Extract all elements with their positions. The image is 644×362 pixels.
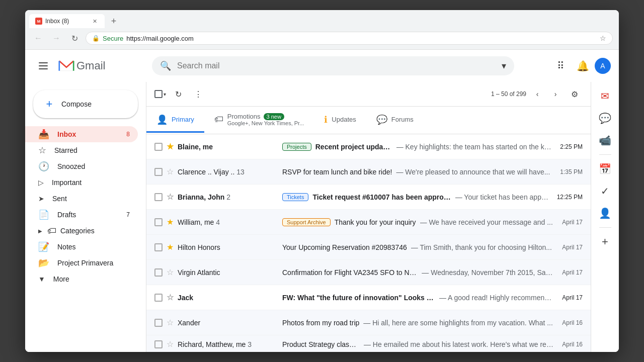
- email-snippet: — Wednesday, November 7th 2015, San...: [422, 268, 554, 277]
- email-checkbox[interactable]: [154, 193, 163, 201]
- email-checkbox[interactable]: [154, 143, 163, 151]
- email-row[interactable]: ☆ Xander Photos from my road trip — Hi a…: [146, 310, 591, 335]
- email-row[interactable]: ☆ Richard, Matthew, me 3 Product Strateg…: [146, 335, 591, 352]
- hamburger-menu[interactable]: [33, 56, 53, 76]
- url-bar[interactable]: 🔒 Secure https://mail.google.com ☆: [86, 32, 613, 45]
- email-row[interactable]: ☆ Brianna, John 2 Tickets Ticket request…: [146, 185, 591, 210]
- tab-close-button[interactable]: ✕: [91, 17, 99, 25]
- forward-button[interactable]: →: [49, 31, 63, 45]
- search-input[interactable]: [177, 61, 496, 70]
- sidebar-item-important[interactable]: ▷ Important: [25, 174, 138, 191]
- notifications-button[interactable]: 🔔: [573, 56, 593, 76]
- tab-primary[interactable]: 👤 Primary: [146, 108, 204, 133]
- email-sender: Richard, Matthew, me 3: [178, 340, 278, 348]
- tab-updates[interactable]: ℹ Updates: [314, 108, 366, 133]
- sidebar-item-project[interactable]: 📂 Project Primavera: [25, 255, 138, 271]
- sidebar-item-drafts[interactable]: 📄 Drafts 7: [25, 207, 138, 223]
- select-all-checkbox[interactable]: [154, 90, 163, 98]
- sidebar-more-label: More: [53, 275, 69, 283]
- search-dropdown-button[interactable]: ▾: [502, 60, 506, 71]
- select-all-wrapper[interactable]: ▾: [154, 90, 166, 98]
- email-row[interactable]: ☆ Virgin Atlantic Confirmation for Fligh…: [146, 260, 591, 285]
- star-icon[interactable]: ☆: [167, 167, 174, 176]
- sidebar-item-notes[interactable]: 📝 Notes: [25, 239, 138, 255]
- email-checkbox[interactable]: [154, 218, 163, 226]
- category-tabs: 👤 Primary 🏷 Promotions 3 new: [146, 107, 591, 134]
- back-button[interactable]: ←: [31, 31, 45, 45]
- sidebar-item-snoozed[interactable]: 🕐 Snoozed: [25, 158, 138, 174]
- search-icon[interactable]: 🔍: [160, 60, 171, 71]
- email-checkbox[interactable]: [154, 340, 163, 348]
- sidebar-inbox-label: Inbox: [57, 130, 76, 138]
- apps-button[interactable]: ⠿: [550, 56, 571, 76]
- bookmark-button[interactable]: ☆: [600, 34, 606, 42]
- email-snippet: — A good read! Highly recommende...: [439, 294, 554, 302]
- gmail-logo-icon: [58, 60, 74, 72]
- email-row[interactable]: ★ William, me 4 Support Archive Thank yo…: [146, 210, 591, 235]
- email-row[interactable]: ☆ Jack FW: What "the future of innovatio…: [146, 285, 591, 310]
- gmail-header: Gmail 🔍 ▾ ⠿ 🔔 A: [25, 50, 619, 82]
- search-bar[interactable]: 🔍 ▾: [152, 56, 514, 75]
- sidebar-item-categories[interactable]: ▶ 🏷 Categories: [25, 223, 138, 239]
- email-subject: Recent project updates: [315, 143, 392, 151]
- sidebar-item-sent[interactable]: ➤ Sent: [25, 191, 138, 207]
- email-subject: Confirmation for Flight VA2345 SFO to NY…: [282, 268, 418, 277]
- star-icon[interactable]: ☆: [167, 293, 174, 302]
- contacts-icon[interactable]: 👤: [595, 203, 615, 223]
- inbox-badge: 8: [126, 131, 130, 138]
- email-tag: Tickets: [282, 193, 308, 201]
- pagination-prev[interactable]: ‹: [530, 87, 544, 101]
- email-checkbox[interactable]: [154, 168, 163, 176]
- email-checkbox[interactable]: [154, 243, 163, 251]
- email-body: Support Archive Thank you for your inqui…: [282, 218, 554, 226]
- email-row[interactable]: ☆ Clarence .. Vijay .. 13 RSVP for team …: [146, 159, 591, 185]
- email-time: 12:25 PM: [557, 194, 583, 201]
- email-sender: Virgin Atlantic: [178, 268, 278, 277]
- sent-icon: ➤: [38, 195, 44, 203]
- sidebar-item-inbox[interactable]: 📥 Inbox 8: [25, 126, 138, 142]
- sidebar-sent-label: Sent: [52, 195, 67, 203]
- meet-icon[interactable]: 📹: [595, 130, 615, 150]
- email-checkbox[interactable]: [154, 268, 163, 277]
- select-dropdown-arrow[interactable]: ▾: [164, 92, 166, 97]
- more-options-button[interactable]: ⋮: [190, 86, 206, 102]
- email-checkbox[interactable]: [154, 294, 163, 302]
- email-checkbox[interactable]: [154, 319, 163, 327]
- right-divider: [599, 227, 611, 228]
- email-subject: Thank you for your inquiry: [335, 218, 416, 226]
- star-icon[interactable]: ☆: [167, 267, 174, 277]
- avatar[interactable]: A: [595, 58, 611, 74]
- email-sender: William, me 4: [178, 218, 278, 226]
- chat-icon[interactable]: 💬: [595, 108, 615, 128]
- sidebar-item-starred[interactable]: ☆ Starred: [25, 142, 138, 158]
- promotions-badge: 3 new: [264, 113, 284, 120]
- star-icon[interactable]: ☆: [167, 339, 174, 349]
- add-app-button[interactable]: +: [595, 232, 615, 252]
- star-icon[interactable]: ☆: [167, 318, 174, 327]
- email-body: Product Strategy classes — He emailed me…: [282, 340, 554, 348]
- star-icon[interactable]: ☆: [167, 192, 174, 202]
- tab-forums[interactable]: 💬 Forums: [366, 108, 424, 133]
- star-icon[interactable]: ★: [167, 142, 174, 151]
- email-row[interactable]: ★ Hilton Honors Your Upcoming Reservatio…: [146, 235, 591, 260]
- new-tab-button[interactable]: +: [107, 14, 121, 28]
- tab-promotions[interactable]: 🏷 Promotions 3 new Google+, New York Tim…: [204, 107, 314, 134]
- tasks-icon[interactable]: ✓: [595, 181, 615, 201]
- calendar-icon[interactable]: 📅: [595, 159, 615, 179]
- sidebar-item-more[interactable]: ▼ More: [25, 271, 138, 287]
- settings-button[interactable]: ⚙: [567, 86, 583, 102]
- gmail-icon[interactable]: ✉: [595, 86, 615, 106]
- email-subject: Your Upcoming Reservation #20983746: [282, 243, 407, 251]
- email-time: April 17: [562, 269, 583, 276]
- email-subject: RSVP for team lunch and bike ride!: [282, 168, 392, 176]
- pagination-next[interactable]: ›: [548, 87, 562, 101]
- active-tab[interactable]: M Inbox (8) ✕: [29, 14, 105, 28]
- drafts-badge: 7: [126, 211, 130, 218]
- refresh-button[interactable]: ↻: [67, 31, 82, 45]
- promotions-sub: Google+, New York Times, Pr...: [227, 120, 304, 126]
- star-icon[interactable]: ★: [167, 242, 174, 252]
- star-icon[interactable]: ★: [167, 217, 174, 227]
- compose-button[interactable]: + Compose: [33, 90, 138, 118]
- email-row[interactable]: ★ Blaine, me Projects Recent project upd…: [146, 134, 591, 159]
- refresh-button[interactable]: ↻: [170, 86, 186, 102]
